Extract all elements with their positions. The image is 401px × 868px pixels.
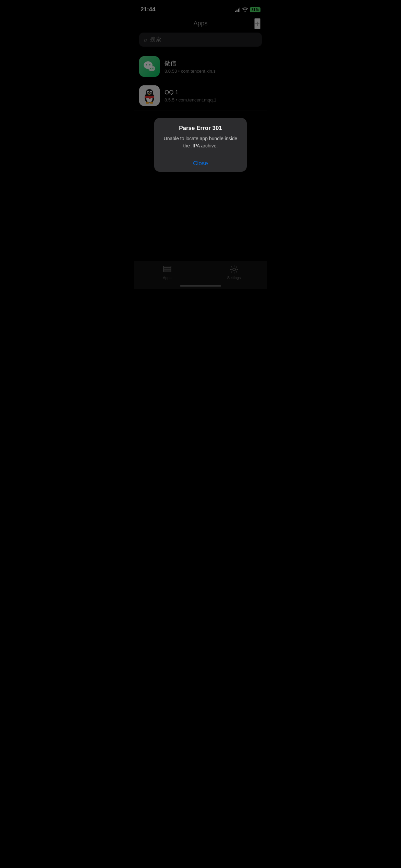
dialog-title: Parse Error 301 bbox=[160, 125, 241, 132]
modal-overlay: Parse Error 301 Unable to locate app bun… bbox=[134, 0, 267, 289]
error-dialog: Parse Error 301 Unable to locate app bun… bbox=[154, 118, 247, 172]
dialog-content: Parse Error 301 Unable to locate app bun… bbox=[154, 118, 247, 155]
dialog-close-button[interactable]: Close bbox=[154, 155, 247, 172]
dialog-message: Unable to locate app bundle inside the .… bbox=[160, 135, 241, 149]
